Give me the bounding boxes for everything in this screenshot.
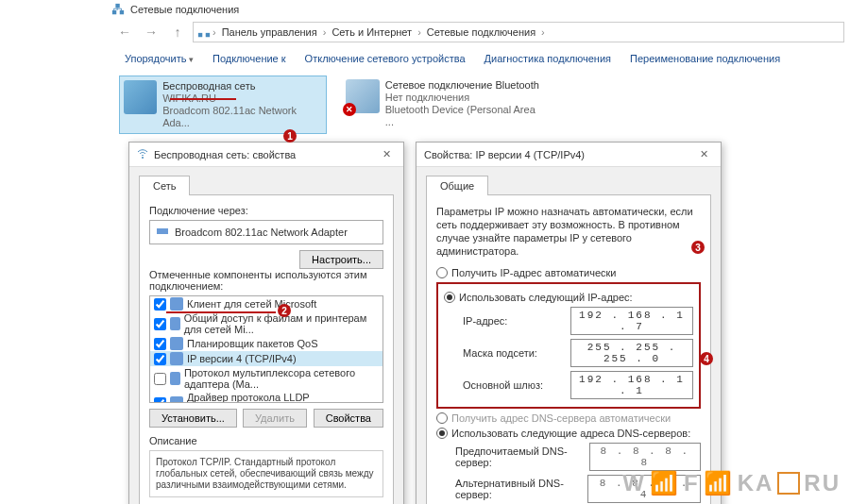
- breadcrumb-item[interactable]: Сетевые подключения: [423, 26, 539, 38]
- dialog-titlebar[interactable]: Свойства: IP версии 4 (TCP/IPv4) ✕: [416, 143, 721, 167]
- description-text: Протокол TCP/IP. Стандартный протокол гл…: [149, 450, 383, 497]
- component-label: Протокол мультиплексора сетевого адаптер…: [184, 367, 379, 390]
- ip-address-label: IP-адрес:: [463, 315, 507, 327]
- breadcrumb-item[interactable]: Сеть и Интернет: [328, 26, 416, 38]
- connection-text: Сетевое подключение Bluetooth Нет подклю…: [385, 79, 546, 130]
- gateway-label: Основной шлюз:: [463, 379, 543, 391]
- titlebar: Сетевые подключения: [108, 0, 850, 19]
- network-connections-window: Сетевые подключения ← → ↑ › Панель управ…: [108, 0, 850, 123]
- svg-rect-2: [115, 4, 119, 8]
- dialog-title: Беспроводная сеть: свойства: [154, 149, 296, 160]
- annotation-2-badge: 2: [278, 304, 291, 317]
- components-label: Отмеченные компоненты используются этим …: [149, 269, 383, 292]
- bluetooth-icon: ✕: [346, 79, 380, 113]
- component-icon: [170, 372, 180, 385]
- svg-rect-6: [157, 228, 168, 234]
- connect-via-label: Подключение через:: [149, 205, 383, 216]
- wifi-icon: [137, 148, 148, 161]
- watermark-text: RU: [804, 470, 841, 496]
- list-item-ipv4[interactable]: IP версии 4 (TCP/IPv4): [150, 351, 382, 366]
- adapter-name: Broadcom 802.11ac Network Adapter: [175, 227, 348, 238]
- radio-auto-dns: Получить адрес DNS-сервера автоматически: [436, 412, 701, 424]
- disconnected-icon: ✕: [343, 103, 356, 116]
- list-item[interactable]: Общий доступ к файлам и принтерам для се…: [150, 311, 382, 336]
- toolbar: Упорядочить Подключение к Отключение сет…: [108, 45, 850, 72]
- wifi-icon: 📶: [650, 470, 680, 496]
- adapter-properties-dialog: Беспроводная сеть: свойства ✕ Сеть Подкл…: [128, 142, 404, 504]
- connection-item-bluetooth[interactable]: ✕ Сетевое подключение Bluetooth Нет подк…: [342, 76, 550, 134]
- svg-rect-0: [112, 10, 116, 14]
- install-button[interactable]: Установить...: [149, 409, 237, 428]
- list-item[interactable]: Клиент для сетей Microsoft: [150, 296, 382, 311]
- checkbox[interactable]: [154, 353, 166, 365]
- properties-button[interactable]: Свойства: [314, 409, 383, 428]
- dialog-titlebar[interactable]: Беспроводная сеть: свойства ✕: [129, 143, 403, 167]
- chevron-right-icon: ›: [417, 26, 421, 38]
- connection-adapter: Broadcom 802.11ac Network Ada...: [162, 105, 322, 129]
- description-label: Описание: [149, 435, 383, 446]
- close-button[interactable]: ✕: [694, 145, 713, 164]
- radio-manual-dns[interactable]: Использовать следующие адреса DNS-сервер…: [436, 428, 701, 439]
- component-label: Планировщик пакетов QoS: [187, 338, 318, 349]
- connection-name: Беспроводная сеть: [162, 80, 322, 92]
- adapter-field: Broadcom 802.11ac Network Adapter: [149, 220, 383, 244]
- window-title: Сетевые подключения: [130, 4, 239, 15]
- radio-icon: [436, 412, 448, 424]
- disable-device-button[interactable]: Отключение сетевого устройства: [299, 51, 471, 66]
- uninstall-button[interactable]: Удалить: [243, 409, 307, 428]
- wifi-icon: [124, 80, 157, 114]
- checkbox[interactable]: [154, 338, 166, 350]
- annotation-underline: [166, 311, 276, 313]
- component-label: Драйвер протокола LLDP (Майкрософт): [187, 392, 379, 403]
- list-item[interactable]: Протокол мультиплексора сетевого адаптер…: [150, 366, 382, 391]
- back-button[interactable]: ←: [113, 21, 136, 43]
- forward-button[interactable]: →: [140, 21, 162, 43]
- breadcrumb-item[interactable]: Панель управления: [218, 26, 321, 38]
- checkbox[interactable]: [154, 373, 166, 385]
- diagnose-button[interactable]: Диагностика подключения: [479, 51, 617, 66]
- ipv4-properties-dialog: Свойства: IP версии 4 (TCP/IPv4) ✕ Общие…: [416, 142, 722, 504]
- close-button[interactable]: ✕: [377, 145, 396, 164]
- annotation-underline: [170, 98, 236, 100]
- configure-button[interactable]: Настроить...: [299, 250, 383, 269]
- list-item[interactable]: Драйвер протокола LLDP (Майкрософт): [150, 391, 382, 403]
- annotation-3-badge: 3: [691, 241, 705, 254]
- subnet-mask-input[interactable]: 255 . 255 . 255 . 0: [570, 339, 693, 367]
- connection-item-wireless[interactable]: Беспроводная сеть WIFIKA.RU Broadcom 802…: [119, 76, 327, 134]
- rename-button[interactable]: Переименование подключения: [624, 51, 786, 66]
- connection-status: Нет подключения: [385, 92, 546, 104]
- component-icon: [170, 297, 183, 311]
- svg-rect-3: [198, 33, 202, 37]
- tab-network[interactable]: Сеть: [139, 176, 190, 195]
- up-button[interactable]: ↑: [166, 21, 189, 43]
- tab-general[interactable]: Общие: [426, 176, 488, 195]
- connect-to-button[interactable]: Подключение к: [207, 51, 292, 66]
- radio-icon: [436, 428, 448, 439]
- radio-icon: [436, 267, 448, 278]
- gateway-input[interactable]: 192 . 168 . 1 . 1: [570, 371, 693, 399]
- radio-label: Использовать следующий IP-адрес:: [459, 292, 633, 303]
- radio-manual-ip[interactable]: Использовать следующий IP-адрес:: [444, 292, 693, 303]
- component-icon: [170, 337, 183, 350]
- dns1-input[interactable]: 8 . 8 . 8 . 8: [589, 443, 701, 471]
- intro-text: Параметры IP можно назначать автоматичес…: [436, 205, 701, 258]
- svg-rect-1: [120, 10, 124, 14]
- network-icon: [111, 3, 125, 16]
- qr-icon: [777, 472, 800, 495]
- radio-icon: [444, 292, 455, 303]
- component-icon: [170, 396, 183, 403]
- breadcrumb[interactable]: › Панель управления › Сеть и Интернет › …: [193, 22, 844, 42]
- subnet-mask-label: Маска подсети:: [463, 347, 537, 359]
- radio-auto-ip[interactable]: Получить IP-адрес автоматически: [436, 267, 701, 278]
- checkbox[interactable]: [154, 318, 166, 330]
- radio-label: Использовать следующие адреса DNS-сервер…: [451, 428, 690, 439]
- ip-address-input[interactable]: 192 . 168 . 1 . 7: [570, 307, 693, 335]
- component-label: Клиент для сетей Microsoft: [187, 298, 316, 310]
- organize-menu[interactable]: Упорядочить: [119, 51, 199, 66]
- checkbox[interactable]: [154, 298, 166, 311]
- adapter-icon: [156, 225, 169, 240]
- connection-name: Сетевое подключение Bluetooth: [385, 79, 546, 92]
- list-item[interactable]: Планировщик пакетов QoS: [150, 336, 382, 351]
- radio-label: Получить адрес DNS-сервера автоматически: [451, 412, 671, 424]
- checkbox[interactable]: [154, 397, 166, 404]
